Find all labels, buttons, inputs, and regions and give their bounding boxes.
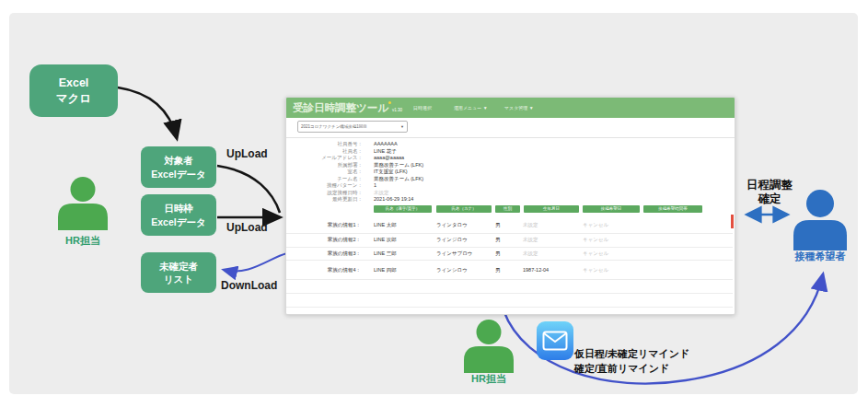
cell-name: LINE 四郎: [374, 267, 397, 274]
cell-gender: 男: [495, 250, 501, 257]
event-select-dropdown[interactable]: ▼ 2021コロナワクチン職域接種1回目: [297, 121, 408, 133]
workflow-diagram: Excel マクロ 対象者 Excelデータ 日時枠 Excelデータ 未確定者…: [0, 0, 868, 419]
row-label: 家族の情報3：: [328, 250, 361, 257]
upload-label-1: UpLoad: [226, 147, 268, 160]
cancel-link[interactable]: キャンセル: [583, 222, 608, 228]
menu-item-master-admin[interactable]: マスタ管理 ▼: [504, 98, 534, 118]
unconfirmed-box-line1: 未確定者: [141, 260, 216, 273]
row-label: 家族の情報2：: [328, 237, 361, 243]
field-value: 業務改善チーム (LFK): [374, 162, 423, 169]
field-value: 2021-06-29 19:14: [374, 196, 413, 204]
cancel-link[interactable]: キャンセル: [583, 267, 608, 274]
profile-row: 最終更新日：2021-06-29 19:14: [286, 196, 735, 204]
app-window: 受診日時調整ツールv1.30 日時選択 運用メニュー ▼ マスタ管理 ▼ ▼ 2…: [285, 97, 735, 315]
cell-name: LINE 三郎: [374, 250, 397, 257]
cell-gender: 男: [495, 237, 501, 243]
reminder-line2: 確定/直前リマインド: [574, 362, 689, 377]
target-box-line2: Excelデータ: [141, 168, 216, 180]
field-label: 接種パターン：: [327, 182, 363, 190]
field-label: 社員番号：: [338, 141, 364, 148]
column-button-preferred-time[interactable]: 接種希望時間帯: [643, 205, 702, 213]
chevron-down-icon: ▼: [400, 122, 404, 133]
table-row-empty: [286, 293, 733, 308]
cell-birth: 1987-12-04: [523, 267, 549, 273]
unconfirmed-list-box: 未確定者 リスト: [141, 252, 216, 293]
table-row: 家族の情報2： LINE 次郎 ラインジロウ 男 未設定 キャンセル: [286, 233, 733, 248]
cell-name: LINE 次郎: [374, 237, 397, 243]
field-value: AAAAAAA: [374, 141, 398, 148]
vaccinee-label: 接種希望者: [790, 250, 851, 263]
hr-person-icon-left: [57, 177, 109, 234]
field-value: LINE 花子: [374, 148, 397, 156]
row-label: 家族の情報4：: [328, 267, 361, 274]
menu-item-operation-menu[interactable]: 運用メニュー ▼: [454, 98, 488, 118]
hr-person-icon-bottom: [463, 320, 515, 377]
field-value: aaaa@aaaaa: [374, 155, 404, 162]
timeslot-excel-data-box: 日時枠 Excelデータ: [141, 194, 216, 236]
field-label: 社員名：: [342, 148, 363, 156]
column-button-preferred-date[interactable]: 接種希望日: [583, 205, 640, 213]
column-button-gender[interactable]: 性別: [495, 205, 520, 213]
cell-gender: 男: [495, 267, 501, 274]
app-title: 受診日時調整ツールv1.30: [293, 98, 402, 121]
unconfirmed-box-line2: リスト: [141, 273, 216, 285]
hr-label-left: HR担当: [57, 234, 109, 248]
cell-birth: 未設定: [523, 237, 538, 243]
mail-icon: [537, 321, 573, 360]
field-label: 室名：: [348, 169, 364, 176]
hr-label-bottom: HR担当: [463, 372, 515, 386]
menu-item-datetime-select[interactable]: 日時選択: [413, 98, 432, 118]
cell-kana: ラインシロウ: [436, 267, 468, 274]
cell-birth: 未設定: [523, 222, 538, 228]
table-row-empty: [286, 279, 733, 294]
field-label: メールアドレス：: [321, 155, 363, 162]
app-header-bar: 受診日時調整ツールv1.30 日時選択 運用メニュー ▼ マスタ管理 ▼: [286, 98, 735, 118]
cell-kana: ラインサブロウ: [436, 250, 472, 257]
reminder-line1: 仮日程/未確定リマインド: [574, 347, 689, 362]
vaccinee-person-icon: [792, 190, 849, 254]
cell-gender: 男: [495, 222, 501, 228]
excel-macro-box: Excel マクロ: [29, 64, 118, 117]
download-label: DownLoad: [221, 279, 277, 292]
column-button-name-kana[interactable]: 氏名（カナ）: [436, 205, 492, 213]
slot-box-line1: 日時枠: [141, 202, 216, 215]
table-row: 家族の情報1： LINE 太郎 ラインタロウ 男 未設定 キャンセル: [286, 218, 733, 234]
notification-dot-icon: [388, 101, 391, 104]
app-version: v1.30: [392, 108, 402, 112]
cell-name: LINE 太郎: [374, 222, 397, 228]
upload-label-2: UpLoad: [226, 221, 268, 234]
row-label: 家族の情報1：: [328, 222, 361, 228]
field-label: 設定接種日時：: [328, 190, 364, 197]
field-label: 最終更新日：: [332, 196, 363, 204]
field-label: 所属部署：: [338, 162, 364, 169]
field-value: 業務改善チーム (LFK): [374, 176, 423, 183]
cancel-link[interactable]: キャンセル: [583, 250, 608, 257]
divider: [286, 137, 735, 138]
excel-macro-line2: マクロ: [29, 91, 118, 107]
field-value: IT支援室 (LFK): [374, 169, 408, 176]
cell-birth: 未設定: [523, 250, 538, 257]
excel-macro-line1: Excel: [29, 76, 118, 91]
table-row: 家族の情報4： LINE 四郎 ラインシロウ 男 1987-12-04 キャンセ…: [286, 260, 733, 280]
field-value: 1: [374, 182, 376, 190]
scrollbar-thumb[interactable]: [731, 215, 734, 228]
table-row: 家族の情報3： LINE 三郎 ラインサブロウ 男 未設定 キャンセル: [286, 247, 733, 261]
cell-kana: ラインジロウ: [436, 237, 468, 243]
cancel-link[interactable]: キャンセル: [583, 237, 608, 243]
event-select-value: 2021コロナワクチン職域接種1回目: [301, 124, 367, 129]
cell-kana: ラインタロウ: [436, 222, 468, 228]
reminder-label: 仮日程/未確定リマインド 確定/直前リマインド: [574, 347, 689, 376]
target-box-line1: 対象者: [141, 154, 216, 167]
slot-box-line2: Excelデータ: [141, 215, 216, 228]
field-value: 未設定: [374, 190, 389, 197]
field-label: チーム名：: [337, 176, 363, 183]
column-button-name-kanji[interactable]: 氏名（漢字/英字）: [374, 205, 432, 213]
column-button-birthdate[interactable]: 生年月日: [524, 205, 579, 213]
target-excel-data-box: 対象者 Excelデータ: [141, 146, 216, 188]
